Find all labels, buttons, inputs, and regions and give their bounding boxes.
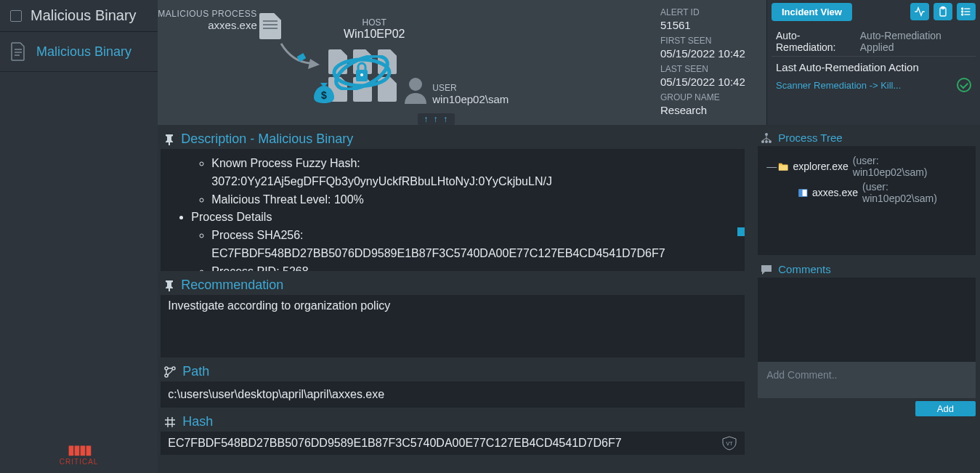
sidebar-item-malicious-binary[interactable]: Malicious Binary (0, 32, 158, 72)
user-label: USER (432, 83, 509, 93)
hash-title: Hash (182, 414, 213, 429)
collapse-arrows-icon[interactable]: ↑ ↑ ↑ (418, 113, 455, 125)
svg-point-15 (962, 14, 963, 15)
svg-point-13 (962, 8, 963, 9)
signal-icon: ▮▮▮▮ (0, 442, 158, 458)
svg-point-23 (769, 140, 772, 143)
auto-remediation-status: Auto-Remediation: Auto-Remediation Appli… (772, 27, 976, 57)
svg-point-5 (360, 73, 363, 76)
app-icon (798, 187, 808, 198)
tree-root-user: (user: win10ep02\sam) (853, 155, 967, 178)
severity-indicator: ▮▮▮▮ CRITICAL (0, 442, 158, 473)
virustotal-icon[interactable]: VT (721, 436, 737, 450)
first-seen-label: FIRST SEEN (660, 36, 764, 46)
svg-point-7 (409, 78, 422, 91)
auto-rem-value: Auto-Remediation Applied (860, 30, 971, 53)
description-body: Known Process Fuzzy Hash:3072:0Yy21Aj5eg… (161, 149, 745, 271)
process-visual: MALICIOUS PROCESS axxes.exe HOST Win10EP… (158, 0, 657, 125)
comment-icon (761, 264, 772, 275)
process-label: MALICIOUS PROCESS (158, 9, 257, 19)
process-tree-title: Process Tree (778, 132, 842, 144)
sha-value: EC7FBDF548BD27BB5076DD9589E1B87F3C5740DA… (211, 247, 665, 259)
severity-label: CRITICAL (0, 458, 158, 466)
clipboard-icon[interactable] (934, 3, 952, 20)
svg-marker-0 (308, 59, 320, 69)
host-label: HOST (331, 17, 418, 28)
last-seen: 05/15/2022 10:42 (660, 76, 764, 88)
path-title: Path (182, 364, 209, 379)
fuzzy-hash-value: 3072:0Yy21Aj5egDFFQb3y0ynyUckfRBbuLHtoNy… (211, 175, 552, 187)
sidebar: Malicious Binary Malicious Binary ▮▮▮▮ C… (0, 0, 158, 473)
process-name: axxes.exe (158, 19, 257, 31)
file-icon (259, 13, 281, 39)
svg-point-14 (962, 11, 963, 12)
last-action-link[interactable]: Scanner Remediation -> Kill... (776, 80, 901, 91)
path-section: Path c:\users\user\desktop\april\april\a… (161, 362, 745, 408)
last-action-header: Last Auto-Remediation Action (776, 61, 971, 73)
group-name: Research (660, 104, 764, 116)
success-icon (957, 78, 971, 92)
alert-header: MALICIOUS PROCESS axxes.exe HOST Win10EP… (158, 0, 980, 125)
alert-metadata: ALERT ID 51561 FIRST SEEN 05/15/2022 10:… (657, 0, 766, 125)
recommendation-section: Recommendation Investigate according to … (161, 275, 745, 357)
svg-text:$: $ (321, 89, 327, 101)
svg-point-20 (765, 133, 768, 136)
list-icon[interactable] (957, 3, 976, 20)
pin-icon[interactable] (163, 134, 175, 145)
user-icon (403, 76, 428, 104)
hash-value: EC7FBDF548BD27BB5076DD9589E1B87F3C5740DA… (168, 437, 621, 450)
host-name: Win10EP02 (331, 28, 418, 41)
auto-rem-label: Auto-Remediation: (776, 30, 856, 53)
branch-icon (163, 365, 177, 379)
svg-text:VT: VT (726, 441, 734, 446)
tree-collapse-icon[interactable]: — (766, 161, 774, 172)
comment-input[interactable] (758, 362, 976, 398)
svg-point-16 (165, 367, 168, 370)
recommendation-body: Investigate according to organization po… (161, 295, 745, 357)
hash-icon (163, 416, 177, 429)
pin-icon[interactable] (163, 280, 175, 291)
side-column: Process Tree — explorer.exe (user: win10… (746, 125, 980, 473)
last-seen-label: LAST SEEN (660, 64, 764, 74)
incident-view-button[interactable]: Incident View (772, 3, 852, 21)
process-details-label: Process Details (191, 209, 734, 227)
tree-row-child[interactable]: axxes.exe (user: win10ep02\sam) (766, 179, 967, 206)
tree-root-name: explorer.exe (793, 161, 849, 172)
description-section: Description - Malicious Binary Known Pro… (161, 129, 745, 271)
sidebar-title: Malicious Binary (31, 7, 137, 24)
alert-id-label: ALERT ID (660, 7, 764, 17)
host-block: HOST Win10EP02 (331, 17, 418, 41)
malicious-process-label-block: MALICIOUS PROCESS axxes.exe (158, 9, 257, 31)
process-pid: Process PID: 5268 (211, 263, 734, 271)
recommendation-title: Recommendation (181, 278, 283, 293)
arrow-icon (278, 40, 321, 69)
svg-point-18 (172, 367, 175, 370)
scrollbar-thumb[interactable] (737, 227, 745, 236)
tree-child-name: axxes.exe (812, 187, 858, 198)
svg-rect-26 (799, 190, 803, 197)
remediation-panel: Incident View Auto-Remediation: Auto-Rem… (766, 0, 980, 125)
hash-section: Hash EC7FBDF548BD27BB5076DD9589E1B87F3C5… (161, 412, 745, 455)
comments-header: Comments (758, 261, 976, 278)
tree-row-root[interactable]: — explorer.exe (user: win10ep02\sam) (766, 153, 967, 179)
sha-label: Process SHA256: (211, 229, 303, 241)
fuzzy-hash-label: Known Process Fuzzy Hash: (211, 157, 360, 169)
tree-icon (761, 132, 772, 144)
select-checkbox[interactable] (10, 10, 22, 22)
alert-id: 51561 (660, 19, 764, 31)
process-tree-header: Process Tree (758, 129, 976, 146)
svg-rect-24 (779, 165, 787, 170)
activity-icon[interactable] (910, 3, 929, 20)
document-icon (10, 42, 26, 61)
add-comment-button[interactable]: Add (915, 401, 976, 416)
money-bag-icon: $ (310, 78, 338, 106)
sidebar-item-label: Malicious Binary (36, 44, 131, 60)
folder-icon (778, 161, 788, 171)
user-block: USER win10ep02\sam (432, 83, 509, 105)
sidebar-header: Malicious Binary (0, 0, 158, 32)
details-column: Description - Malicious Binary Known Pro… (158, 125, 746, 473)
user-name: win10ep02\sam (432, 93, 509, 105)
svg-point-21 (761, 140, 764, 143)
threat-level: Malicious Threat Level: 100% (211, 191, 734, 209)
comments-title: Comments (778, 263, 831, 275)
